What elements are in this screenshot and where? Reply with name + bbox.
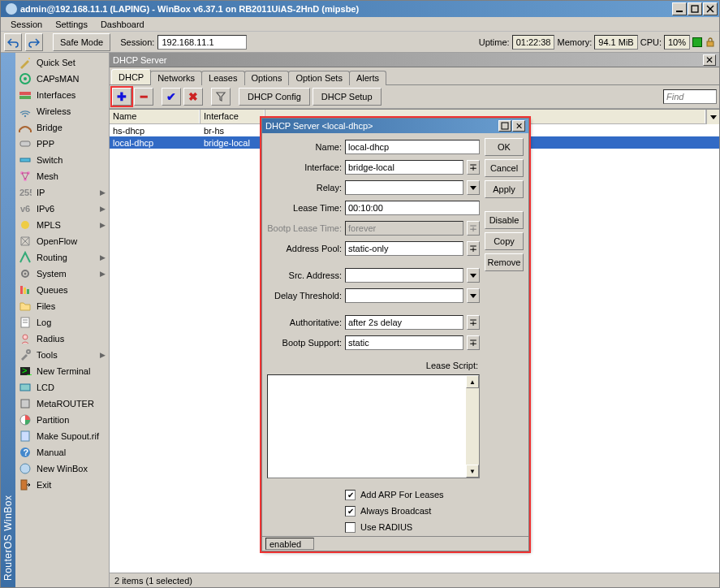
svg-rect-23 xyxy=(20,286,23,294)
dialog-titlebar[interactable]: DHCP Server <local-dhcp> ✕ xyxy=(262,119,528,133)
panel-close-button[interactable]: ✕ xyxy=(703,54,716,66)
sidebar-item-new-winbox[interactable]: New WinBox xyxy=(15,460,109,477)
dhcp-config-button[interactable]: DHCP Config xyxy=(239,88,310,106)
enable-button[interactable]: ✔ xyxy=(162,88,181,106)
sidebar-item-openflow[interactable]: OpenFlow xyxy=(15,233,109,249)
sidebar-item-label: IPv6 xyxy=(37,204,54,214)
checkbox-add-arp[interactable]: ✔Add ARP For Leases xyxy=(345,487,480,502)
sidebar-item-label: CAPsMAN xyxy=(37,74,80,84)
dialog-statusbar: enabled xyxy=(262,536,528,551)
actionbar: ✚ ━ ✔ ✖ DHCP Config DHCP Setup xyxy=(110,85,719,109)
safe-mode-button[interactable]: Safe Mode xyxy=(53,33,110,51)
tab-alerts[interactable]: Alerts xyxy=(349,71,386,85)
mpls-icon xyxy=(19,218,32,231)
menu-session[interactable]: Session xyxy=(4,19,49,30)
scrollbar[interactable]: ▲ ▼ xyxy=(466,375,479,478)
memory-label: Memory: xyxy=(557,37,592,47)
checkbox-use-radius[interactable]: Use RADIUS xyxy=(345,520,480,534)
remove-button[interactable]: Remove xyxy=(485,253,524,271)
input-interface[interactable] xyxy=(345,160,463,175)
minimize-button[interactable] xyxy=(672,2,687,15)
dropdown-button[interactable] xyxy=(467,268,480,283)
input-lease-time[interactable] xyxy=(345,201,480,215)
close-button[interactable] xyxy=(703,2,718,15)
input-address-pool[interactable] xyxy=(345,241,463,256)
input-name[interactable] xyxy=(345,140,480,154)
disable-button[interactable]: Disable xyxy=(485,211,524,229)
sidebar-item-wireless[interactable]: Wireless xyxy=(15,103,109,119)
tab-options[interactable]: Options xyxy=(244,71,290,85)
sidebar-item-radius[interactable]: Radius xyxy=(15,331,109,347)
dialog-restore-button[interactable] xyxy=(498,120,511,132)
textarea-lease-script[interactable]: ▲ ▼ xyxy=(267,374,480,478)
sidebar-item-capsman[interactable]: CAPsMAN xyxy=(15,71,109,87)
svg-rect-25 xyxy=(27,289,29,294)
input-src-address[interactable] xyxy=(345,268,463,283)
sidebar-item-ppp[interactable]: PPP xyxy=(15,136,109,152)
ok-button[interactable]: OK xyxy=(485,138,524,156)
sidebar-item-switch[interactable]: Switch xyxy=(15,152,109,168)
add-button[interactable]: ✚ xyxy=(112,88,131,106)
sidebar-item-queues[interactable]: Queues xyxy=(15,282,109,298)
tab-option-sets[interactable]: Option Sets xyxy=(288,71,349,85)
sidebar-item-tools[interactable]: Tools▶ xyxy=(15,347,109,363)
maximize-button[interactable] xyxy=(688,2,702,15)
checkbox-always-broadcast[interactable]: ✔Always Broadcast xyxy=(345,504,480,518)
sidebar-item-new-terminal[interactable]: >_New Terminal xyxy=(15,363,109,379)
sidebar-item-quickset[interactable]: Quick Set xyxy=(15,54,109,71)
sidebar-item-mpls[interactable]: MPLS▶ xyxy=(15,217,109,233)
dhcp-setup-button[interactable]: DHCP Setup xyxy=(313,88,382,106)
filter-button[interactable] xyxy=(211,88,231,106)
dropdown-button[interactable]: ∓ xyxy=(467,335,480,350)
sidebar-item-metarouter[interactable]: MetaROUTER xyxy=(15,396,109,412)
columns-dropdown-button[interactable] xyxy=(706,110,719,124)
panel-titlebar: DHCP Server ✕ xyxy=(110,53,719,67)
menu-dashboard[interactable]: Dashboard xyxy=(94,19,151,30)
sidebar-item-log[interactable]: Log xyxy=(15,314,109,331)
dialog-close-button[interactable]: ✕ xyxy=(512,120,525,132)
scroll-down-button[interactable]: ▼ xyxy=(466,465,479,478)
sidebar-item-lcd[interactable]: LCD xyxy=(15,379,109,396)
dropdown-button[interactable] xyxy=(467,180,480,195)
capsman-icon xyxy=(19,72,32,85)
sidebar-item-system[interactable]: System▶ xyxy=(15,266,109,282)
input-bootp-support[interactable] xyxy=(345,335,463,350)
column-name[interactable]: Name xyxy=(110,110,200,123)
tab-leases[interactable]: Leases xyxy=(201,71,244,85)
column-interface[interactable]: Interface xyxy=(200,110,265,123)
dropdown-button[interactable] xyxy=(467,288,480,303)
scroll-up-button[interactable]: ▲ xyxy=(466,375,479,388)
sidebar-item-routing[interactable]: Routing▶ xyxy=(15,249,109,266)
redo-button[interactable] xyxy=(25,33,43,51)
sidebar-item-interfaces[interactable]: Interfaces xyxy=(15,87,109,103)
sidebar-item-ipv6[interactable]: v6IPv6▶ xyxy=(15,201,109,217)
sidebar-item-files[interactable]: Files xyxy=(15,298,109,314)
tab-dhcp[interactable]: DHCP xyxy=(111,69,151,84)
sidebar-item-mesh[interactable]: Mesh xyxy=(15,168,109,184)
input-relay[interactable] xyxy=(345,180,463,195)
dropdown-button[interactable]: ∓ xyxy=(467,160,480,175)
disable-button[interactable]: ✖ xyxy=(183,88,203,106)
sidebar-item-manual[interactable]: ?Manual xyxy=(15,444,109,460)
sidebar-item-label: Interfaces xyxy=(37,90,75,100)
apply-button[interactable]: Apply xyxy=(485,180,524,198)
sidebar-item-ip[interactable]: 255IP▶ xyxy=(15,184,109,201)
label-authoritative: Authoritative: xyxy=(267,318,342,327)
input-delay-threshold[interactable] xyxy=(345,288,463,303)
copy-button[interactable]: Copy xyxy=(485,232,524,250)
tab-networks[interactable]: Networks xyxy=(150,71,202,85)
sidebar-item-bridge[interactable]: Bridge xyxy=(15,119,109,136)
dropdown-button[interactable]: ∓ xyxy=(467,241,480,256)
cell-interface: br-hs xyxy=(200,126,265,136)
cancel-button[interactable]: Cancel xyxy=(485,159,524,177)
input-authoritative[interactable] xyxy=(345,315,463,330)
sidebar-item-supout[interactable]: Make Supout.rif xyxy=(15,428,109,444)
sidebar-item-label: Files xyxy=(37,301,55,311)
menu-settings[interactable]: Settings xyxy=(49,19,94,30)
remove-button[interactable]: ━ xyxy=(134,88,153,106)
find-input[interactable] xyxy=(663,89,717,104)
undo-button[interactable] xyxy=(4,33,22,51)
sidebar-item-partition[interactable]: Partition xyxy=(15,412,109,428)
sidebar-item-exit[interactable]: Exit xyxy=(15,477,109,493)
dropdown-button[interactable]: ∓ xyxy=(467,315,480,330)
